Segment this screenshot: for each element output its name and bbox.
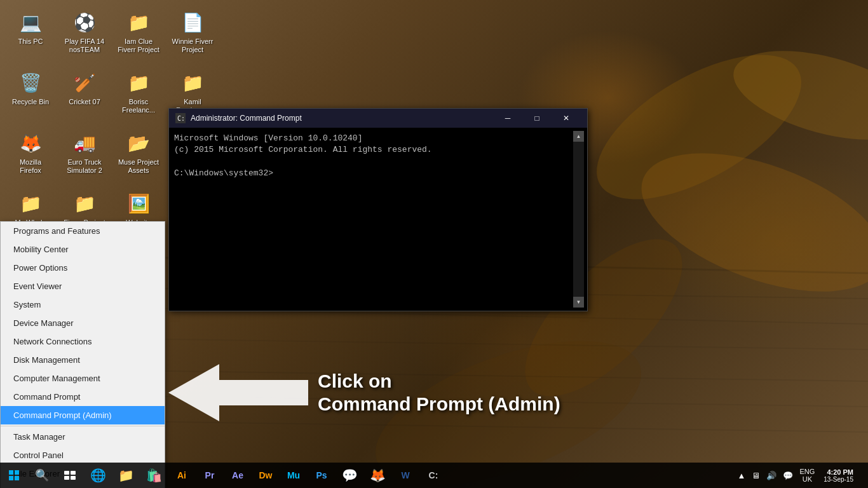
taskbar-firefox-icon[interactable]: 🦊 <box>363 463 391 488</box>
taskbar-cmd-icon[interactable]: C: <box>419 463 447 488</box>
system-clock[interactable]: 4:20 PM 13-Sep-15 <box>818 468 858 483</box>
desktop-icon-borisc[interactable]: 📁 Borisc Freelanc... <box>114 67 163 124</box>
cricket-label: Cricket 07 <box>69 98 100 106</box>
menu-label-system: System <box>13 300 41 309</box>
desktop-icon-iam-clue[interactable]: 📁 Iam Clue Fiverr Project <box>114 6 163 64</box>
menu-item-system[interactable]: System <box>1 295 165 314</box>
winnie-icon: 📄 <box>180 10 205 35</box>
svg-rect-16 <box>15 470 19 475</box>
menu-item-network-connections[interactable]: Network Connections <box>1 332 165 351</box>
cmd-title-text: Administrator: Command Prompt <box>191 114 302 123</box>
desktop-icon-muse[interactable]: 📂 Muse Project Assets <box>114 127 163 184</box>
menu-label-device-manager: Device Manager <box>13 318 74 328</box>
menu-item-event-viewer[interactable]: Event Viewer <box>1 277 165 295</box>
menu-item-computer-management[interactable]: Computer Management <box>1 369 165 388</box>
fifa-icon: ⚽ <box>72 10 97 35</box>
tray-network-icon[interactable]: 🖥 <box>749 470 763 482</box>
language-region: UK <box>799 475 815 483</box>
windows-logo-icon <box>9 470 19 480</box>
muse-icon: 📂 <box>126 130 151 156</box>
menu-item-programs-features[interactable]: Programs and Features <box>1 222 165 240</box>
taskbar-right: ▲ 🖥 🔊 💬 ENG UK 4:20 PM 13-Sep-15 <box>735 463 868 488</box>
desktop-icon-recycle-bin[interactable]: 🗑️ Recycle Bin <box>6 67 55 124</box>
menu-item-disk-management[interactable]: Disk Management <box>1 351 165 369</box>
mozilla-label: Mozilla Firefox <box>10 158 51 175</box>
cricket-icon: 🏏 <box>72 70 97 95</box>
menu-label-control-panel: Control Panel <box>13 451 64 460</box>
cmd-prompt: C:\Windows\system32> <box>174 168 571 179</box>
desktop: 💻 This PC ⚽ Play FIFA 14 nosTEAM 📁 Iam C… <box>0 0 868 488</box>
menu-item-device-manager[interactable]: Device Manager <box>1 314 165 332</box>
taskbar-skype-icon[interactable]: 💬 <box>336 463 363 488</box>
menu-item-command-prompt-admin[interactable]: Command Prompt (Admin) <box>1 406 165 424</box>
annotation-line2: Command Prompt (Admin) <box>318 393 560 416</box>
tray-volume-icon[interactable]: 🔊 <box>764 470 779 482</box>
desktop-icon-eurotruck[interactable]: 🚚 Euro Truck Simulator 2 <box>60 127 109 184</box>
svg-point-3 <box>724 34 868 157</box>
menu-label-command-prompt-admin: Command Prompt (Admin) <box>13 410 112 420</box>
cmd-titlebar: C: Administrator: Command Prompt ─ □ ✕ <box>169 109 587 128</box>
cmd-window[interactable]: C: Administrator: Command Prompt ─ □ ✕ M… <box>168 108 588 311</box>
menu-item-command-prompt[interactable]: Command Prompt <box>1 388 165 406</box>
kamil-icon: 📁 <box>180 70 205 95</box>
recycle-bin-icon: 🗑️ <box>18 70 43 95</box>
cmd-window-icon: C: <box>175 113 186 123</box>
desktop-icon-mozilla[interactable]: 🦊 Mozilla Firefox <box>6 127 55 184</box>
taskbar-ae-icon[interactable]: Ae <box>224 463 252 488</box>
task-view-button[interactable] <box>56 463 84 488</box>
cmd-close-button[interactable]: ✕ <box>552 109 581 128</box>
cmd-maximize-button[interactable]: □ <box>522 109 552 128</box>
menu-item-control-panel[interactable]: Control Panel <box>1 446 165 464</box>
cmd-minimize-button[interactable]: ─ <box>493 109 522 128</box>
svg-rect-21 <box>64 476 69 480</box>
menu-item-task-manager[interactable]: Task Manager <box>1 428 165 446</box>
cmd-content[interactable]: Microsoft Windows [Version 10.0.10240] (… <box>172 131 573 308</box>
desktop-icon-winnie[interactable]: 📄 Winnie Fiverr Project <box>168 6 217 64</box>
desktop-icon-cricket[interactable]: 🏏 Cricket 07 <box>60 67 109 124</box>
taskbar-premiere-icon[interactable]: Pr <box>196 463 224 488</box>
desktop-icon-fifa[interactable]: ⚽ Play FIFA 14 nosTEAM <box>60 6 109 64</box>
svg-text:C:: C: <box>177 115 185 122</box>
annotation: Click on Command Prompt (Admin) <box>168 364 560 421</box>
menu-label-event-viewer: Event Viewer <box>13 281 62 291</box>
menu-item-power-options[interactable]: Power Options <box>1 259 165 277</box>
iam-clue-label: Iam Clue Fiverr Project <box>118 37 159 54</box>
iam-clue-icon: 📁 <box>126 10 151 35</box>
fiverr-icon: 📁 <box>72 191 97 216</box>
start-button[interactable] <box>0 463 28 488</box>
fifa-label: Play FIFA 14 nosTEAM <box>64 37 105 54</box>
taskbar-dw-icon[interactable]: Dw <box>252 463 280 488</box>
cmd-title-left: C: Administrator: Command Prompt <box>175 113 302 123</box>
svg-point-0 <box>574 26 824 229</box>
taskbar-illustrator-icon[interactable]: Ai <box>168 463 196 488</box>
taskbar-ps-icon[interactable]: Ps <box>308 463 336 488</box>
svg-rect-19 <box>64 471 69 475</box>
taskbar-apps: 🌐 📁 🛍️ Ai Pr Ae Dw Mu Ps 💬 🦊 W C: <box>84 463 735 488</box>
menu-label-power-options: Power Options <box>13 263 67 273</box>
scrollbar-down-arrow[interactable]: ▼ <box>573 297 584 308</box>
cmd-line2: (c) 2015 Microsoft Corporation. All righ… <box>174 144 571 156</box>
menu-item-mobility-center[interactable]: Mobility Center <box>1 240 165 259</box>
scrollbar-up-arrow[interactable]: ▲ <box>573 131 584 142</box>
taskbar-explorer-icon[interactable]: 📁 <box>112 463 140 488</box>
taskbar-word-icon[interactable]: W <box>391 463 419 488</box>
desktop-icon-this-pc[interactable]: 💻 This PC <box>6 6 55 64</box>
taskbar-mu-icon[interactable]: Mu <box>280 463 308 488</box>
cmd-scrollbar[interactable]: ▲ ▼ <box>573 131 584 308</box>
svg-rect-20 <box>71 471 76 475</box>
start-area: 🔍 <box>0 463 84 488</box>
search-button[interactable]: 🔍 <box>28 463 56 488</box>
svg-marker-14 <box>168 364 308 421</box>
svg-rect-22 <box>71 476 76 480</box>
language-indicator[interactable]: ENG UK <box>797 468 817 483</box>
menu-label-task-manager: Task Manager <box>13 432 65 442</box>
annotation-line1: Click on <box>318 370 560 393</box>
svg-rect-18 <box>15 476 19 480</box>
tray-notification-icon[interactable]: 💬 <box>780 470 796 482</box>
annotation-text: Click on Command Prompt (Admin) <box>318 370 560 416</box>
menu-label-programs-features: Programs and Features <box>13 226 100 236</box>
taskbar-store-icon[interactable]: 🛍️ <box>140 463 168 488</box>
tray-expand-icon[interactable]: ▲ <box>735 470 749 482</box>
taskbar-edge-icon[interactable]: 🌐 <box>84 463 112 488</box>
svg-rect-17 <box>9 476 13 480</box>
